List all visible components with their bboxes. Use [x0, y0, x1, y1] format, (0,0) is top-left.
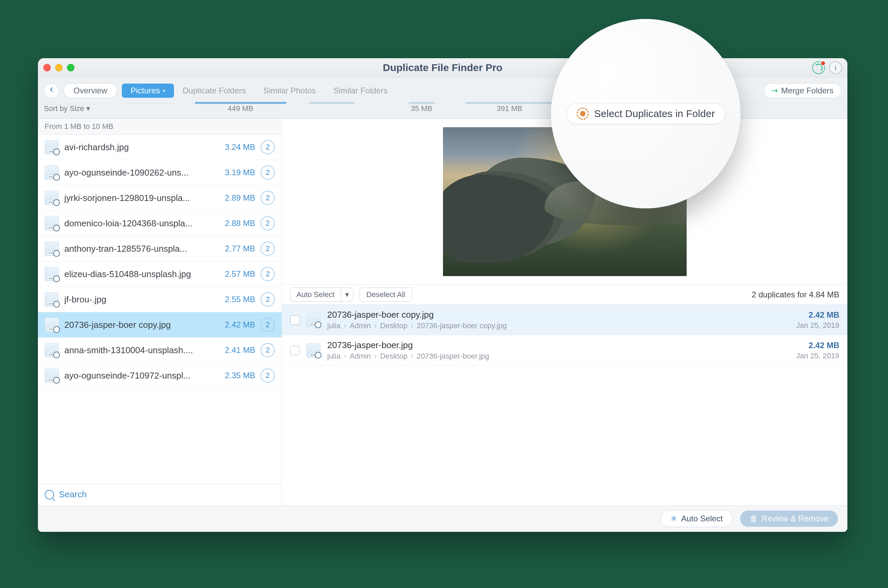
file-size: 2.88 MB [225, 219, 255, 228]
auto-select-label: Auto Select [290, 288, 341, 302]
checkbox[interactable] [290, 315, 300, 325]
tab-label: Pictures [130, 86, 160, 95]
file-name: elizeu-dias-510488-unsplash.jpg [64, 269, 220, 279]
list-item[interactable]: elizeu-dias-510488-unsplash.jpg2.57 MB2 [38, 261, 282, 287]
tab-size: 35 MB [411, 104, 432, 112]
deselect-all-button[interactable]: Deselect All [359, 288, 412, 302]
minimize-icon[interactable] [55, 64, 63, 71]
target-icon [577, 108, 589, 120]
file-name: 20736-jasper-boer copy.jpg [64, 320, 220, 330]
tab-label: Duplicate Folders [183, 86, 246, 95]
tab-similar-photos[interactable]: Similar Photos [255, 84, 324, 98]
close-icon[interactable] [44, 64, 51, 71]
file-name: avi-richardsh.jpg [64, 142, 220, 153]
dup-file-size: 2.42 MB [796, 310, 839, 320]
search-icon [45, 490, 54, 500]
file-size: 2.89 MB [225, 193, 255, 202]
dup-count-badge: 2 [261, 368, 275, 382]
list-item[interactable]: anna-smith-1310004-unsplash....2.41 MB2 [38, 338, 282, 363]
dup-file-name: 20736-jasper-boer.jpg [327, 340, 789, 351]
list-item[interactable]: domenico-loia-1204368-unspla...2.88 MB2 [38, 211, 282, 236]
tab-duplicate-folders[interactable]: Duplicate Folders [174, 84, 255, 98]
duplicates-summary: 2 duplicates for 4.84 MB [752, 290, 839, 299]
dup-file-name: 20736-jasper-boer copy.jpg [327, 310, 789, 320]
wand-icon: ✳︎ [670, 514, 677, 524]
dup-count-badge: 2 [261, 140, 275, 154]
review-remove-button[interactable]: Review & Remove [740, 510, 838, 527]
updates-icon[interactable] [812, 61, 825, 74]
file-thumb-icon [45, 191, 59, 205]
merge-label: Merge Folders [781, 86, 834, 95]
checkbox[interactable] [290, 346, 300, 355]
file-thumb-icon [45, 267, 59, 281]
zoom-icon[interactable] [67, 64, 75, 71]
file-size: 2.55 MB [225, 295, 255, 304]
detail-pane: Auto Select Deselect All 2 duplicates fo… [282, 119, 848, 505]
list-item[interactable]: jyrki-sorjonen-1298019-unspla...2.89 MB2 [38, 185, 282, 211]
list-item[interactable]: ayo-ogunseinde-1090262-uns...3.19 MB2 [38, 160, 282, 185]
dup-file-date: Jan 25, 2019 [796, 351, 839, 360]
size-group-header: From 1 MB to 10 MB [38, 119, 282, 135]
back-button[interactable] [44, 83, 59, 98]
file-size: 2.42 MB [225, 320, 255, 330]
file-thumb-icon [45, 216, 59, 230]
list-item[interactable]: avi-richardsh.jpg3.24 MB2 [38, 135, 282, 160]
list-item[interactable]: 20736-jasper-boer copy.jpg2.42 MB2 [38, 312, 282, 338]
sidebar: From 1 MB to 10 MB avi-richardsh.jpg3.24… [38, 119, 282, 505]
tab-size: 391 MB [497, 104, 522, 112]
auto-select-button[interactable]: ✳︎ Auto Select [661, 510, 733, 527]
breadcrumb: julia›Admin›Desktop›20736-jasper-boer co… [327, 321, 789, 330]
dup-file-date: Jan 25, 2019 [796, 321, 839, 330]
list-item[interactable]: anthony-tran-1285576-unspla...2.77 MB2 [38, 236, 282, 261]
dup-count-badge: 2 [261, 191, 275, 205]
auto-select-split-button[interactable]: Auto Select [290, 288, 353, 302]
file-size: 3.24 MB [225, 142, 255, 152]
file-thumb-icon [45, 165, 59, 180]
overview-button[interactable]: Overview [64, 83, 117, 98]
search-placeholder: Search [59, 489, 87, 500]
duplicates-list: 20736-jasper-boer copy.jpgjulia›Admin›De… [282, 305, 848, 505]
dup-count-badge: 2 [261, 292, 275, 306]
chevron-left-icon [50, 88, 54, 94]
list-item[interactable]: jf-brou-.jpg2.55 MB2 [38, 287, 282, 312]
file-thumb-icon [45, 292, 59, 306]
file-name: ayo-ogunseinde-1090262-uns... [64, 168, 220, 178]
file-name: jyrki-sorjonen-1298019-unspla... [64, 193, 220, 203]
file-name: jf-brou-.jpg [64, 294, 220, 305]
dup-file-size: 2.42 MB [796, 341, 839, 350]
file-thumb-icon [45, 343, 59, 357]
file-name: anna-smith-1310004-unsplash.... [64, 345, 220, 356]
info-icon[interactable] [829, 61, 842, 74]
dup-count-badge: 2 [261, 165, 275, 180]
file-size: 2.77 MB [225, 244, 255, 254]
tab-similar-folders[interactable]: Similar Folders [324, 84, 396, 98]
breadcrumb: julia›Admin›Desktop›20736-jasper-boer.jp… [327, 352, 789, 361]
file-thumb-icon [306, 344, 321, 358]
callout-label: Select Duplicates in Folder [594, 108, 715, 119]
merge-icon [772, 86, 778, 95]
file-list[interactable]: avi-richardsh.jpg3.24 MB2ayo-ogunseinde-… [38, 135, 282, 483]
chevron-down-icon[interactable] [341, 288, 353, 302]
table-row[interactable]: 20736-jasper-boer.jpgjulia›Admin›Desktop… [282, 335, 848, 366]
sort-by-toggle[interactable]: Sort by Size [44, 104, 90, 113]
file-size: 2.41 MB [225, 345, 255, 355]
file-thumb-icon [45, 318, 59, 332]
tab-pictures[interactable]: Pictures [122, 84, 174, 98]
dup-count-badge: 2 [261, 216, 275, 230]
file-size: 2.57 MB [225, 269, 255, 279]
table-row[interactable]: 20736-jasper-boer copy.jpgjulia›Admin›De… [282, 305, 848, 335]
chevron-down-icon [163, 88, 165, 93]
search-input[interactable]: Search [38, 483, 282, 505]
dup-count-badge: 2 [261, 343, 275, 357]
list-item[interactable]: ayo-ogunseinde-710972-unspl...2.35 MB2 [38, 363, 282, 388]
callout-lens: Select Duplicates in Folder [551, 19, 741, 208]
file-thumb-icon [45, 242, 59, 256]
dup-count-badge: 2 [261, 267, 275, 281]
tab-label: Similar Folders [333, 86, 387, 95]
select-duplicates-in-folder-button[interactable]: Select Duplicates in Folder [566, 103, 726, 124]
tab-size: 449 MB [228, 104, 254, 112]
merge-folders-button[interactable]: Merge Folders [764, 83, 841, 98]
window-controls [44, 64, 75, 71]
chevron-down-icon [86, 104, 90, 113]
dup-count-badge: 2 [261, 318, 275, 332]
